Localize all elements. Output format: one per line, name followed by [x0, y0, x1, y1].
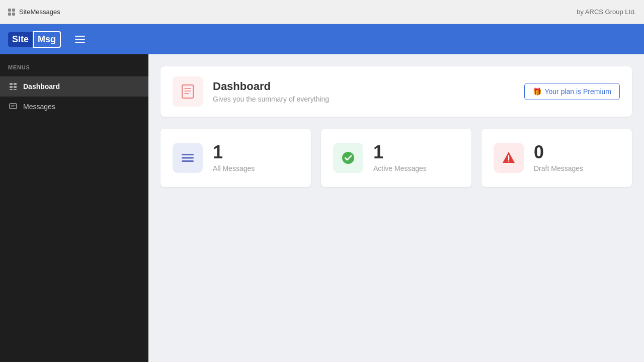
stat-card-all-messages: 1 All Messages	[160, 129, 311, 187]
svg-rect-14	[182, 157, 194, 159]
hamburger-line-3	[75, 42, 85, 43]
svg-rect-0	[10, 83, 13, 85]
draft-messages-label: Draft Messages	[534, 164, 583, 172]
sidebar-menus-label: MENUS	[0, 64, 148, 76]
logo: SiteMsg	[8, 31, 61, 48]
app-wrapper: SiteMsg MENUS	[0, 24, 644, 362]
dashboard-header-card: Dashboard Gives you the summary of every…	[160, 66, 632, 117]
dashboard-title: Dashboard	[213, 80, 329, 93]
plan-button-label: Your plan is Premium	[544, 87, 611, 96]
svg-rect-5	[14, 89, 17, 90]
sidebar: MENUS Dashboard	[0, 54, 148, 362]
dashboard-page-icon	[173, 76, 203, 107]
check-circle-icon	[341, 150, 356, 165]
active-messages-info: 1 Active Messages	[373, 143, 427, 172]
active-messages-count: 1	[373, 143, 427, 161]
plan-button[interactable]: 🎁 Your plan is Premium	[524, 83, 620, 100]
browser-title: SiteMessages	[19, 8, 60, 16]
hamburger-line-2	[75, 39, 85, 40]
draft-messages-icon-box	[494, 143, 524, 173]
all-messages-icon-box	[173, 143, 203, 173]
sidebar-item-dashboard[interactable]: Dashboard	[0, 76, 148, 97]
svg-rect-9	[182, 85, 193, 98]
warning-icon	[501, 150, 516, 165]
all-messages-count: 1	[213, 143, 255, 161]
svg-rect-4	[10, 89, 13, 90]
dashboard-text: Dashboard Gives you the summary of every…	[213, 80, 329, 103]
svg-rect-2	[10, 86, 13, 88]
logo-site: Site	[8, 32, 33, 47]
browser-bar: SiteMessages by ARCS Group Ltd.	[0, 0, 644, 24]
all-messages-label: All Messages	[213, 164, 255, 172]
sidebar-item-messages[interactable]: Messages	[0, 97, 148, 117]
active-messages-icon-box	[333, 143, 363, 173]
all-messages-info: 1 All Messages	[213, 143, 255, 172]
svg-rect-1	[14, 83, 17, 85]
stats-grid: 1 All Messages 1 Active Messages	[160, 129, 632, 187]
draft-messages-count: 0	[534, 143, 583, 161]
svg-rect-13	[182, 154, 194, 155]
stat-card-draft-messages: 0 Draft Messages	[481, 129, 632, 187]
svg-rect-6	[10, 104, 17, 109]
svg-point-16	[342, 152, 354, 164]
app-body: MENUS Dashboard	[0, 54, 644, 362]
main-content: Dashboard Gives you the summary of every…	[148, 54, 644, 362]
app-header: SiteMsg	[0, 24, 644, 54]
hamburger-button[interactable]	[73, 34, 87, 45]
dashboard-subtitle: Gives you the summary of everything	[213, 95, 329, 103]
svg-rect-15	[182, 160, 194, 162]
browser-bar-left: SiteMessages	[8, 8, 60, 16]
sidebar-dashboard-label: Dashboard	[23, 82, 60, 90]
messages-icon	[8, 102, 18, 112]
list-icon	[180, 150, 195, 165]
grid-icon	[8, 9, 15, 16]
hamburger-line-1	[75, 36, 85, 37]
dashboard-icon	[8, 81, 18, 92]
logo-msg: Msg	[33, 31, 61, 48]
draft-messages-info: 0 Draft Messages	[534, 143, 583, 172]
dashboard-header-left: Dashboard Gives you the summary of every…	[173, 76, 329, 107]
svg-rect-3	[14, 86, 17, 88]
active-messages-label: Active Messages	[373, 164, 427, 172]
sidebar-messages-label: Messages	[23, 103, 55, 111]
stat-card-active-messages: 1 Active Messages	[321, 129, 471, 187]
svg-point-19	[508, 160, 509, 161]
browser-attribution: by ARCS Group Ltd.	[577, 8, 636, 16]
gift-icon: 🎁	[533, 87, 541, 96]
